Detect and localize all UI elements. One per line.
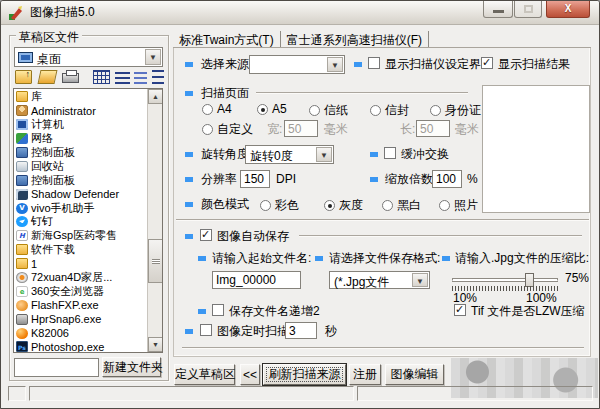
length-input[interactable] bbox=[416, 120, 450, 137]
list-item[interactable]: Shadow Defender bbox=[14, 187, 147, 201]
resolution-input[interactable] bbox=[240, 170, 270, 188]
chevron-down-icon[interactable]: ▼ bbox=[327, 57, 343, 72]
radio-color-照片[interactable]: 照片 bbox=[439, 197, 478, 211]
list-item[interactable]: HprSnap6.exe bbox=[14, 312, 147, 326]
up-one-level-icon[interactable] bbox=[15, 70, 32, 84]
slider-thumb[interactable] bbox=[525, 273, 534, 287]
new-folder-button[interactable]: 新建文件夹 bbox=[102, 357, 161, 377]
radio-color-黑白[interactable]: 黑白 bbox=[382, 197, 421, 211]
collapse-button[interactable]: << bbox=[240, 364, 260, 385]
list-item[interactable]: 网络 bbox=[14, 132, 147, 146]
buffer-swap-checkbox[interactable] bbox=[384, 147, 396, 159]
radio-paper-A4[interactable]: A4 bbox=[202, 102, 232, 116]
radio-icon bbox=[202, 124, 213, 135]
shadow-defender-icon bbox=[16, 189, 28, 200]
scroll-down-icon[interactable]: ▼ bbox=[148, 337, 163, 352]
bullet-icon bbox=[185, 62, 193, 67]
show-result-checkbox[interactable] bbox=[481, 57, 493, 69]
list-item[interactable]: 回收站 bbox=[14, 159, 147, 173]
radio-paper-身份证[interactable]: 身份证 bbox=[430, 102, 481, 116]
photoshop-icon: Ps bbox=[16, 341, 28, 352]
list-item[interactable]: PsPhotoshop.exe bbox=[14, 340, 147, 353]
source-combobox[interactable]: ▼ bbox=[249, 55, 345, 74]
chevron-down-icon[interactable]: ▼ bbox=[145, 49, 161, 65]
open-folder-icon[interactable] bbox=[38, 70, 58, 84]
list-item[interactable]: 控制面板 bbox=[14, 173, 147, 187]
list-item[interactable]: 钉钉 bbox=[14, 215, 147, 229]
autosave-checkbox[interactable] bbox=[200, 229, 212, 241]
status-panel bbox=[357, 386, 593, 401]
maximize-button[interactable] bbox=[514, 1, 542, 18]
chevron-down-icon[interactable]: ▼ bbox=[412, 273, 428, 287]
details-view-icon[interactable] bbox=[152, 70, 164, 84]
title-bar[interactable]: 图像扫描5.0 X bbox=[1, 1, 599, 25]
desktop-icon bbox=[18, 52, 33, 63]
list-view-icon[interactable] bbox=[134, 70, 147, 84]
list-item[interactable]: 计算机 bbox=[14, 118, 147, 132]
list-item[interactable]: Administrator bbox=[14, 104, 147, 118]
network-icon bbox=[16, 133, 28, 144]
close-button[interactable]: X bbox=[546, 1, 590, 18]
increment-checkbox[interactable] bbox=[212, 304, 224, 316]
radio-color-灰度[interactable]: 灰度 bbox=[324, 197, 363, 211]
scale-input[interactable] bbox=[432, 170, 462, 188]
divider bbox=[182, 347, 584, 348]
filename-input[interactable] bbox=[212, 271, 301, 289]
format-combobox[interactable]: (*.Jpg文件 ▼ bbox=[329, 271, 430, 289]
folder-icon bbox=[16, 258, 28, 269]
list-item[interactable]: 72xuan4D家居... bbox=[14, 271, 147, 285]
vertical-scrollbar[interactable]: ▲ ▼ bbox=[147, 89, 162, 352]
flashfxp-icon bbox=[16, 300, 28, 311]
bullet-icon bbox=[315, 256, 323, 261]
list-item[interactable]: 库 bbox=[14, 90, 147, 104]
radio-color-彩色[interactable]: 彩色 bbox=[260, 197, 299, 211]
refresh-source-button[interactable]: 刷新扫描来源 bbox=[263, 364, 346, 385]
radio-paper-信纸[interactable]: 信纸 bbox=[309, 102, 348, 116]
large-icons-view-icon[interactable] bbox=[93, 70, 110, 84]
register-button[interactable]: 注册 bbox=[349, 364, 381, 385]
list-item-label: 控制面板 bbox=[31, 173, 75, 188]
minimize-button[interactable] bbox=[483, 1, 513, 18]
list-item[interactable]: e360安全浏览器 bbox=[14, 284, 147, 298]
list-item[interactable]: K82006 bbox=[14, 326, 147, 340]
tab-fujitsu-scanner[interactable]: 富士通系列高速扫描仪(F) bbox=[281, 31, 429, 47]
rotate-combobox[interactable]: 旋转0度 ▼ bbox=[245, 145, 334, 164]
image-edit-button[interactable]: 图像编辑 bbox=[385, 364, 444, 385]
scroll-up-icon[interactable]: ▲ bbox=[148, 89, 163, 104]
tif-lzw-checkbox[interactable] bbox=[454, 304, 466, 316]
length-label: 长: bbox=[400, 123, 415, 136]
list-item[interactable]: Vvivo手机助手 bbox=[14, 201, 147, 215]
scrollbar-thumb[interactable] bbox=[148, 239, 163, 283]
tab-standard-twain[interactable]: 标准Twain方式(T) bbox=[173, 31, 281, 47]
printer-icon[interactable] bbox=[62, 73, 79, 83]
list-item-label: vivo手机助手 bbox=[31, 201, 95, 216]
location-combobox[interactable]: 桌面 ▼ bbox=[14, 47, 163, 67]
radio-paper-信封[interactable]: 信封 bbox=[370, 102, 409, 116]
list-item[interactable]: 1 bbox=[14, 257, 147, 271]
file-listbox[interactable]: 库Administrator计算机网络控制面板回收站控制面板Shadow Def… bbox=[13, 88, 163, 353]
list-item[interactable]: H新海Gsp医药零售 bbox=[14, 229, 147, 243]
define-draft-area-button[interactable]: 定义草稿区 bbox=[174, 364, 235, 385]
show-scanner-ui-checkbox[interactable] bbox=[368, 57, 380, 69]
list-item[interactable]: 控制面板 bbox=[14, 146, 147, 160]
radio-custom[interactable]: 自定义 bbox=[202, 121, 253, 135]
dingtalk-icon bbox=[16, 216, 28, 227]
radio-icon bbox=[324, 200, 335, 211]
list-item[interactable]: 软件下载 bbox=[14, 243, 147, 257]
increment-label: 保存文件名递增2 bbox=[229, 305, 320, 318]
width-input[interactable] bbox=[284, 120, 318, 137]
chevron-down-icon[interactable]: ▼ bbox=[316, 147, 332, 162]
tif-lzw-label: Tif 文件是否LZW压缩 bbox=[471, 305, 585, 318]
small-icons-view-icon[interactable] bbox=[115, 70, 130, 84]
folder-icon bbox=[16, 244, 28, 255]
radio-paper-A5[interactable]: A5 bbox=[257, 102, 287, 116]
tab-page: 选择来源 ▼ 显示扫描仪设定界面 显示扫描结果 扫描页面 A4A5信纸信封身份证… bbox=[173, 48, 591, 357]
compression-slider[interactable] bbox=[452, 278, 558, 281]
list-item[interactable]: FlashFXP.exe bbox=[14, 298, 147, 312]
ratio-value: 75% bbox=[565, 272, 589, 285]
color-mode-label: 颜色模式 bbox=[201, 198, 249, 211]
new-folder-input[interactable] bbox=[14, 358, 99, 377]
recycle-bin-icon bbox=[16, 161, 28, 172]
timer-input[interactable] bbox=[285, 322, 317, 339]
timer-scan-checkbox[interactable] bbox=[200, 324, 212, 336]
